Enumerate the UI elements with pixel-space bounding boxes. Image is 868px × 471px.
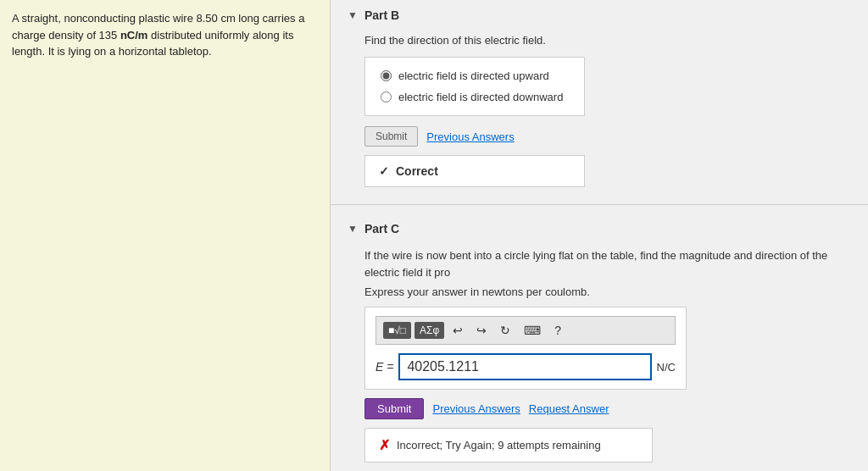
- math-input-box: ■√□ ΑΣφ ↩ ↪ ↻ ⌨ ? E = N/C: [364, 307, 687, 390]
- toolbar-btn-refresh[interactable]: ↻: [495, 321, 515, 340]
- radio-upward-label: electric field is directed upward: [398, 69, 549, 82]
- radio-option-1[interactable]: electric field is directed upward: [381, 69, 569, 82]
- toolbar-btn-sqrt[interactable]: ■√□: [383, 322, 411, 339]
- submit-row-c: Submit Previous Answers Request Answer: [364, 398, 851, 419]
- part-c-section: ▼ Part C If the wire is now bent into a …: [331, 213, 868, 471]
- toolbar-btn-undo[interactable]: ↩: [448, 321, 468, 340]
- submit-button-b[interactable]: Submit: [364, 126, 418, 147]
- part-c-instruction: If the wire is now bent into a circle ly…: [364, 247, 851, 280]
- previous-answers-link-c[interactable]: Previous Answers: [432, 402, 520, 415]
- radio-downward[interactable]: [381, 91, 392, 103]
- collapse-arrow-c[interactable]: ▼: [348, 223, 358, 235]
- part-b-section: ▼ Part B Find the direction of this elec…: [331, 0, 868, 196]
- left-panel: A straight, nonconducting plastic wire 8…: [0, 0, 331, 471]
- collapse-arrow-b[interactable]: ▼: [348, 9, 358, 21]
- part-b-question: Find the direction of this electric fiel…: [364, 34, 851, 47]
- toolbar-btn-redo[interactable]: ↪: [471, 321, 492, 340]
- incorrect-box: ✗ Incorrect; Try Again; 9 attempts remai…: [364, 428, 653, 463]
- express-text: Express your answer in newtons per coulo…: [364, 285, 851, 298]
- radio-option-2[interactable]: electric field is directed downward: [381, 91, 569, 103]
- toolbar-btn-keyboard[interactable]: ⌨: [519, 321, 546, 340]
- toolbar-btn-greek[interactable]: ΑΣφ: [415, 322, 444, 339]
- problem-text: A straight, nonconducting plastic wire 8…: [12, 10, 318, 60]
- right-panel: ▼ Part B Find the direction of this elec…: [331, 0, 868, 471]
- submit-button-c[interactable]: Submit: [364, 398, 424, 419]
- incorrect-label: Incorrect; Try Again; 9 attempts remaini…: [397, 439, 601, 452]
- part-c-content: If the wire is now bent into a circle ly…: [364, 247, 851, 463]
- math-toolbar: ■√□ ΑΣφ ↩ ↪ ↻ ⌨ ?: [376, 316, 676, 345]
- part-c-label: Part C: [364, 222, 399, 236]
- radio-group-b: electric field is directed upward electr…: [364, 57, 585, 116]
- correct-check-icon: ✓: [379, 164, 389, 178]
- toolbar-btn-help[interactable]: ?: [549, 321, 566, 340]
- part-b-label: Part B: [364, 8, 399, 22]
- part-c-header: ▼ Part C: [348, 222, 851, 236]
- math-label: E =: [376, 360, 393, 374]
- radio-downward-label: electric field is directed downward: [398, 91, 563, 103]
- correct-label: Correct: [396, 164, 438, 178]
- section-divider: [331, 204, 868, 205]
- radio-upward[interactable]: [381, 70, 392, 81]
- math-input-field[interactable]: [398, 353, 651, 380]
- part-b-header: ▼ Part B: [348, 8, 851, 22]
- part-b-content: Find the direction of this electric fiel…: [364, 34, 851, 187]
- submit-row-b: Submit Previous Answers: [364, 126, 851, 147]
- correct-box: ✓ Correct: [364, 155, 585, 187]
- math-entry-row: E = N/C: [376, 353, 676, 380]
- request-answer-link[interactable]: Request Answer: [529, 402, 609, 415]
- math-unit: N/C: [657, 361, 676, 374]
- previous-answers-link-b[interactable]: Previous Answers: [426, 130, 514, 143]
- incorrect-x-icon: ✗: [379, 437, 390, 453]
